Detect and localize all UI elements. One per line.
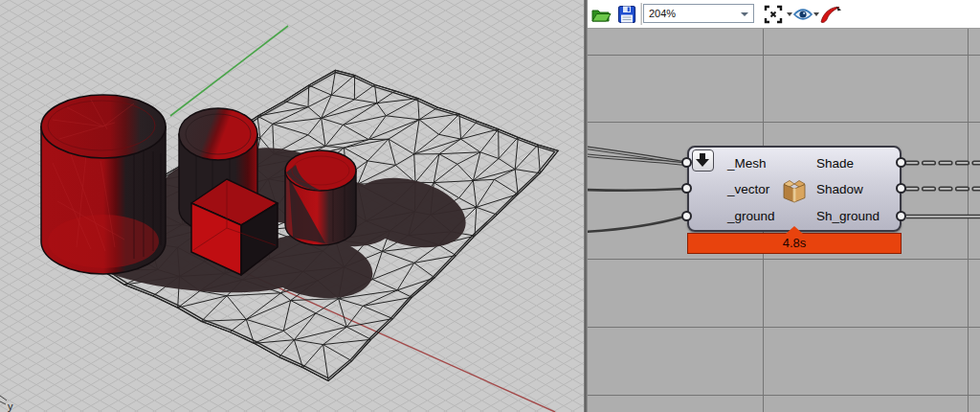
gh-canvas[interactable]: _Mesh _vector _ground Shade Shadow Sh_gr…	[588, 29, 980, 412]
input-wires[interactable]	[588, 148, 684, 232]
output-label-shground: Sh_ground	[816, 207, 880, 226]
banner-notch	[786, 226, 803, 234]
output-port-shadow[interactable]	[896, 183, 906, 194]
rhino-viewport-scene: y	[0, 0, 584, 412]
package-icon	[780, 176, 809, 205]
draw-mode-button[interactable]	[818, 4, 843, 25]
shadow-analysis-component[interactable]: _Mesh _vector _ground Shade Shadow Sh_gr…	[687, 146, 902, 232]
preview-button[interactable]	[792, 4, 813, 25]
zoom-extents-icon	[763, 4, 784, 25]
output-wires[interactable]	[906, 163, 980, 217]
output-port-shade[interactable]	[896, 157, 906, 168]
output-label-shadow: Shadow	[816, 180, 863, 199]
runtime-banner: 4.8s	[687, 233, 902, 254]
output-label-shade: Shade	[816, 154, 854, 173]
grasshopper-panel: 204%	[588, 0, 980, 412]
y-axis-label: y	[8, 401, 13, 412]
zoom-level-value: 204%	[649, 8, 676, 19]
output-port-shground[interactable]	[896, 211, 906, 221]
folder-open-icon	[590, 4, 612, 25]
eye-icon	[792, 4, 813, 25]
gh-toolbar: 204%	[588, 0, 980, 29]
chevron-down-icon	[741, 12, 748, 16]
toolbar-separator	[640, 3, 642, 25]
input-port-ground[interactable]	[681, 211, 692, 221]
wire-ground	[588, 217, 684, 232]
floppy-disk-icon	[616, 4, 637, 25]
open-file-button[interactable]	[590, 4, 612, 25]
runtime-value: 4.8s	[783, 236, 807, 250]
input-label-vector: _vector	[727, 180, 769, 199]
zoom-extents-button[interactable]	[763, 4, 784, 25]
rhino-viewport[interactable]: y	[0, 0, 584, 412]
wire-vector	[588, 189, 684, 191]
input-label-mesh: _Mesh	[727, 154, 767, 173]
save-button[interactable]	[616, 4, 637, 25]
cylinder-small	[285, 150, 356, 245]
input-port-mesh[interactable]	[681, 157, 692, 168]
download-arrow-icon[interactable]	[692, 149, 714, 172]
input-port-vector[interactable]	[681, 183, 692, 194]
zoom-level-combo[interactable]: 204%	[643, 4, 754, 23]
app-window: y	[0, 0, 980, 412]
cylinder-large	[41, 95, 166, 274]
red-brush-icon	[818, 4, 843, 25]
input-label-ground: _ground	[727, 207, 775, 226]
